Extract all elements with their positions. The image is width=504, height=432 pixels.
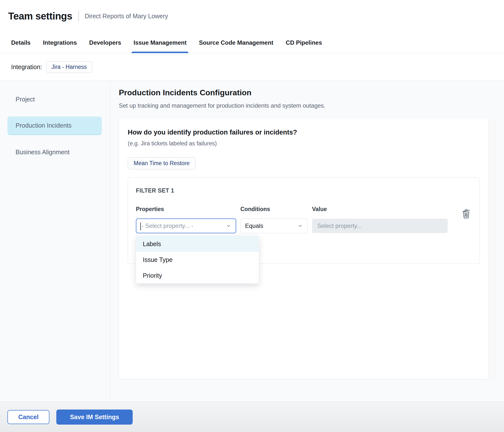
delete-filter-button[interactable]	[461, 208, 472, 220]
filter-row: Properties - Select property... - Condit…	[136, 206, 472, 233]
chevron-down-icon	[297, 223, 303, 229]
dropdown-option-priority[interactable]: Priority	[136, 268, 259, 283]
settings-tab-bar: Details Integrations Developers Issue Ma…	[0, 32, 504, 53]
tab-developers[interactable]: Developers	[89, 32, 121, 53]
main-content: Production Incidents Configuration Set u…	[110, 81, 504, 402]
integration-label: Integration:	[11, 63, 42, 71]
trash-icon	[461, 216, 472, 220]
tab-source-code-management[interactable]: Source Code Management	[199, 32, 273, 53]
incidents-config-card: How do you identify production failures …	[119, 118, 496, 379]
integration-badge[interactable]: Jira - Harness	[46, 61, 92, 73]
condition-select[interactable]: Equals	[240, 218, 308, 233]
properties-column-label: Properties	[136, 206, 236, 213]
chevron-down-icon	[226, 223, 231, 229]
team-name-subtitle: Direct Reports of Mary Lowery	[85, 13, 168, 20]
condition-select-value: Equals	[245, 222, 263, 229]
settings-body: Project Production Incidents Business Al…	[0, 81, 504, 402]
tab-issue-management[interactable]: Issue Management	[133, 32, 187, 53]
title-divider	[78, 11, 79, 21]
mean-time-to-restore-chip[interactable]: Mean Time to Restore	[128, 157, 195, 169]
page-title: Team settings	[8, 11, 72, 22]
dropdown-option-labels[interactable]: Labels	[136, 236, 259, 252]
filter-set-card: FILTER SET 1 Properties - Select propert…	[128, 177, 480, 264]
integration-row: Integration: Jira - Harness	[0, 53, 504, 81]
action-footer: Cancel Save IM Settings	[0, 402, 504, 432]
identify-incidents-hint: (e.g. Jira tickets labeled as failures)	[128, 140, 487, 147]
settings-sidebar: Project Production Incidents Business Al…	[0, 81, 110, 402]
page-header: Team settings Direct Reports of Mary Low…	[0, 0, 504, 32]
section-subtitle: Set up tracking and management for produ…	[119, 102, 504, 109]
property-select[interactable]: - Select property... -	[136, 218, 236, 233]
save-im-settings-button[interactable]: Save IM Settings	[56, 410, 133, 425]
value-column-label: Value	[312, 206, 448, 213]
dropdown-option-issue-type[interactable]: Issue Type	[136, 252, 259, 268]
property-select-placeholder: - Select property... -	[141, 222, 193, 229]
conditions-column-label: Conditions	[240, 206, 308, 213]
value-input[interactable]	[312, 219, 448, 233]
identify-incidents-question: How do you identify production failures …	[128, 129, 487, 136]
sidebar-item-business-alignment[interactable]: Business Alignment	[7, 143, 102, 161]
sidebar-item-project[interactable]: Project	[7, 90, 102, 109]
cancel-button[interactable]: Cancel	[7, 410, 49, 424]
tab-cd-pipelines[interactable]: CD Pipelines	[286, 32, 322, 53]
property-dropdown-menu: Labels Issue Type Priority	[136, 236, 259, 284]
tab-details[interactable]: Details	[11, 32, 31, 53]
text-cursor	[140, 222, 141, 230]
card-scrollbar-track[interactable]	[488, 119, 495, 378]
sidebar-item-production-incidents[interactable]: Production Incidents	[7, 117, 102, 135]
filter-set-title: FILTER SET 1	[136, 187, 472, 194]
tab-integrations[interactable]: Integrations	[43, 32, 77, 53]
section-title: Production Incidents Configuration	[119, 88, 504, 97]
team-settings-page: Team settings Direct Reports of Mary Low…	[0, 0, 504, 432]
